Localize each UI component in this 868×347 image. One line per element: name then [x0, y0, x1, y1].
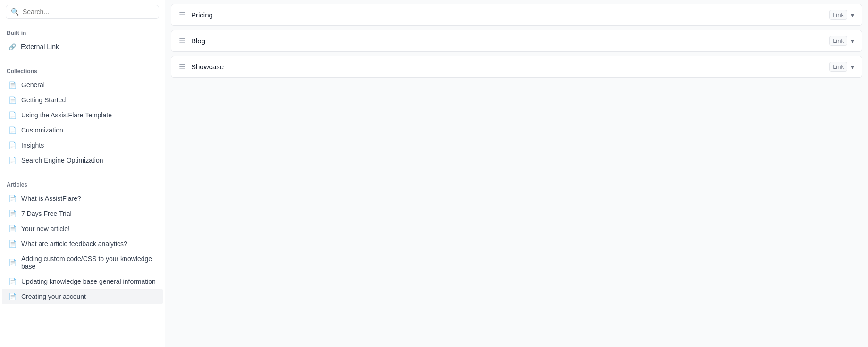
doc-icon: 📄 [8, 210, 17, 217]
customization-label: Customization [21, 126, 63, 134]
search-input[interactable] [23, 8, 154, 16]
link-badge-blog: Link [829, 36, 847, 46]
sidebar-item-updating-kb[interactable]: 📄 Updating knowledge base general inform… [2, 274, 163, 289]
sidebar-item-feedback-analytics[interactable]: 📄 What are article feedback analytics? [2, 236, 163, 251]
doc-icon: 📄 [8, 126, 17, 134]
doc-icon: 📄 [8, 141, 17, 149]
doc-icon: 📄 [8, 157, 17, 164]
nav-item-showcase[interactable]: ☰ Showcase Link ▾ [171, 56, 862, 78]
sidebar-item-new-article[interactable]: 📄 Your new article! [2, 221, 163, 236]
divider-1 [0, 58, 165, 58]
main-content: ☰ Pricing Link ▾ ☰ Blog Link ▾ ☰ Showcas… [165, 0, 868, 347]
doc-icon: 📄 [8, 293, 17, 300]
nav-pricing-label: Pricing [191, 11, 829, 19]
doc-icon: 📄 [8, 111, 17, 119]
nav-blog-label: Blog [191, 37, 829, 45]
doc-icon: 📄 [8, 278, 17, 285]
doc-icon: 📄 [8, 195, 17, 202]
sidebar-item-insights[interactable]: 📄 Insights [2, 138, 163, 153]
sidebar-item-external-link[interactable]: 🔗 External Link [2, 39, 163, 54]
nav-pricing-right: Link ▾ [829, 10, 854, 20]
sidebar-item-seo[interactable]: 📄 Search Engine Optimization [2, 153, 163, 168]
sidebar-item-custom-code[interactable]: 📄 Adding custom code/CSS to your knowled… [2, 251, 163, 274]
custom-code-label: Adding custom code/CSS to your knowledge… [21, 255, 156, 270]
sidebar-item-7-days-free-trial[interactable]: 📄 7 Days Free Trial [2, 206, 163, 221]
feedback-analytics-label: What are article feedback analytics? [21, 240, 127, 248]
doc-icon: 📄 [8, 96, 17, 104]
nav-item-pricing[interactable]: ☰ Pricing Link ▾ [171, 4, 862, 26]
creating-account-label: Creating your account [21, 293, 86, 300]
drag-handle-icon: ☰ [179, 62, 185, 71]
7-days-label: 7 Days Free Trial [21, 210, 72, 217]
sidebar: 🔍 Built-in 🔗 External Link Collections 📄… [0, 0, 165, 347]
sidebar-item-customization[interactable]: 📄 Customization [2, 123, 163, 138]
doc-icon: 📄 [8, 259, 17, 266]
using-template-label: Using the AssistFlare Template [21, 111, 112, 119]
general-label: General [21, 81, 45, 89]
seo-label: Search Engine Optimization [21, 157, 103, 164]
collections-section-label: Collections [0, 62, 165, 77]
nav-showcase-label: Showcase [191, 63, 829, 71]
what-is-assistflare-label: What is AssistFlare? [21, 195, 81, 202]
sidebar-item-creating-account[interactable]: 📄 Creating your account [2, 289, 163, 304]
search-icon: 🔍 [11, 8, 19, 16]
chevron-down-icon[interactable]: ▾ [851, 11, 854, 19]
chevron-down-icon[interactable]: ▾ [851, 63, 854, 71]
drag-handle-icon: ☰ [179, 36, 185, 45]
nav-showcase-right: Link ▾ [829, 62, 854, 72]
external-link-icon: 🔗 [8, 43, 16, 50]
articles-section-label: Articles [0, 176, 165, 191]
drag-handle-icon: ☰ [179, 10, 185, 19]
nav-blog-right: Link ▾ [829, 36, 854, 46]
divider-2 [0, 172, 165, 172]
sidebar-item-getting-started[interactable]: 📄 Getting Started [2, 92, 163, 107]
new-article-label: Your new article! [21, 225, 70, 232]
sidebar-item-using-template[interactable]: 📄 Using the AssistFlare Template [2, 107, 163, 123]
doc-icon: 📄 [8, 225, 17, 232]
link-badge-showcase: Link [829, 62, 847, 72]
getting-started-label: Getting Started [21, 96, 66, 104]
doc-icon: 📄 [8, 81, 17, 89]
sidebar-item-what-is-assistflare[interactable]: 📄 What is AssistFlare? [2, 191, 163, 206]
updating-kb-label: Updating knowledge base general informat… [21, 278, 156, 285]
search-container: 🔍 [0, 0, 165, 24]
chevron-down-icon[interactable]: ▾ [851, 37, 854, 45]
search-wrapper[interactable]: 🔍 [6, 5, 159, 19]
builtin-section-label: Built-in [0, 24, 165, 39]
link-badge-pricing: Link [829, 10, 847, 20]
sidebar-item-general[interactable]: 📄 General [2, 77, 163, 92]
insights-label: Insights [21, 141, 44, 149]
nav-item-blog[interactable]: ☰ Blog Link ▾ [171, 30, 862, 52]
external-link-label: External Link [21, 43, 59, 50]
doc-icon: 📄 [8, 240, 17, 248]
